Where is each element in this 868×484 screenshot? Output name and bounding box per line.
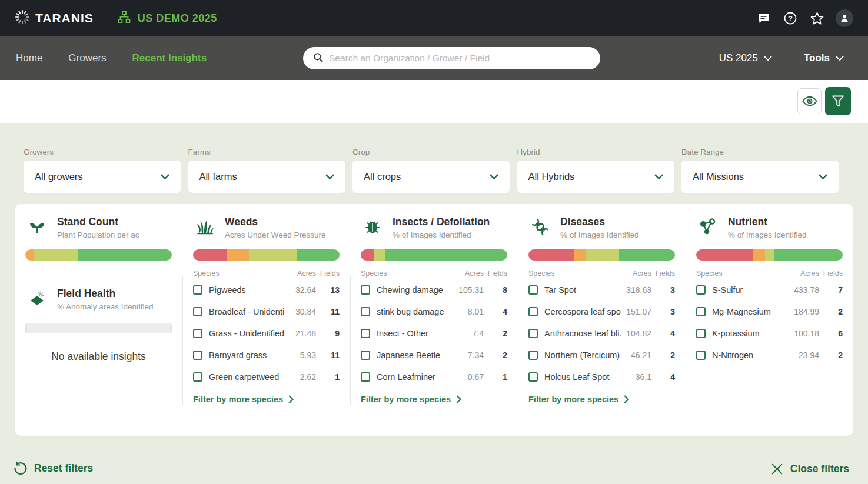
category-title: Diseases <box>560 216 639 229</box>
species-fields: 9 <box>316 329 340 338</box>
species-name: Pigweeds <box>209 285 285 295</box>
season-dropdown-value: US 2025 <box>719 52 758 64</box>
category-insects: Insects / Defoliation % of Images Identi… <box>350 204 518 436</box>
search-input[interactable] <box>329 53 591 64</box>
species-acres: 2.62 <box>285 372 316 382</box>
taranis-logo[interactable]: TARANIS <box>15 9 94 27</box>
species-row: Japanese Beetle 7.34 2 <box>361 345 507 366</box>
filter-growers: Growers All growers <box>24 148 181 193</box>
species-checkbox[interactable] <box>193 329 202 338</box>
species-checkbox[interactable] <box>696 307 706 316</box>
chevron-down-icon <box>819 174 827 180</box>
reset-filters-button[interactable]: Reset filters <box>13 461 93 476</box>
species-checkbox[interactable] <box>696 351 706 360</box>
category-subtitle: % Anomaly areas Identified <box>57 302 154 311</box>
date-range-select[interactable]: All Missions <box>681 161 839 193</box>
hybrid-select-value: All Hybrids <box>528 171 575 182</box>
chevron-right-icon <box>456 395 462 403</box>
species-fields: 4 <box>484 307 507 316</box>
species-checkbox[interactable] <box>361 285 370 295</box>
filter-more-species-link[interactable]: Filter by more species <box>528 395 675 404</box>
category-field-health: Field Health % Anomaly areas Identified … <box>25 288 172 363</box>
farms-select[interactable]: All farms <box>188 161 345 193</box>
global-search[interactable] <box>303 47 600 69</box>
bar-segment-yellow <box>374 249 385 261</box>
tools-dropdown[interactable]: Tools <box>804 52 844 64</box>
chat-icon[interactable] <box>756 11 771 26</box>
species-checkbox[interactable] <box>193 351 202 360</box>
filter-hybrid: Hybrid All Hybrids <box>517 148 674 193</box>
species-name: N-Nitrogen <box>712 351 789 360</box>
species-fields: 3 <box>651 307 675 316</box>
species-checkbox[interactable] <box>528 285 538 295</box>
category-title: Insects / Defoliation <box>393 216 490 229</box>
species-row: Green carpetweed 2.62 1 <box>193 366 340 388</box>
bar-segment-red <box>696 249 753 261</box>
column-header-acres: Acres <box>453 269 484 278</box>
filter-more-species-label: Filter by more species <box>361 395 451 404</box>
grass-icon <box>194 216 216 238</box>
organization-selector[interactable]: US DEMO 2025 <box>117 10 217 26</box>
bar-segment-orange <box>25 249 34 261</box>
species-checkbox[interactable] <box>193 285 202 295</box>
species-acres: 151.07 <box>621 307 651 316</box>
column-header-species: Species <box>361 269 453 278</box>
nav-item-recent-insights[interactable]: Recent Insights <box>132 52 207 64</box>
species-name: Holcus Leaf Spot <box>544 372 621 382</box>
category-stand-count: Stand Count Plant Population per ac <box>15 204 182 436</box>
species-row: Pigweeds 32.64 13 <box>193 279 340 301</box>
crop-select[interactable]: All crops <box>352 161 510 193</box>
species-checkbox[interactable] <box>361 307 370 316</box>
species-acres: 8.01 <box>453 307 484 316</box>
filter-crop: Crop All crops <box>352 148 510 193</box>
visibility-toggle-button[interactable] <box>797 88 822 114</box>
species-checkbox[interactable] <box>193 307 202 316</box>
farms-select-value: All farms <box>199 171 237 182</box>
filter-more-species-link[interactable]: Filter by more species <box>361 395 507 404</box>
species-checkbox[interactable] <box>528 372 538 382</box>
species-fields: 2 <box>651 351 675 360</box>
star-icon[interactable] <box>809 11 824 26</box>
species-row: Broadleaf - Unidenti... 30.84 11 <box>193 301 340 323</box>
bar-segment-orange <box>227 249 248 261</box>
species-checkbox[interactable] <box>696 285 706 295</box>
species-name: Broadleaf - Unidenti... <box>209 307 285 316</box>
species-checkbox[interactable] <box>361 329 370 338</box>
species-checkbox[interactable] <box>528 329 538 338</box>
species-row: stink bug damage 8.01 4 <box>361 301 507 323</box>
species-fields: 4 <box>651 329 675 338</box>
filter-button[interactable] <box>825 87 851 115</box>
species-acres: 104.82 <box>621 329 651 338</box>
help-icon[interactable]: ? <box>783 11 798 26</box>
hybrid-select[interactable]: All Hybrids <box>517 161 674 193</box>
species-fields: 2 <box>484 351 507 360</box>
no-insights-text: No available insights <box>25 351 172 363</box>
species-row: Tar Spot 318.63 3 <box>528 279 675 301</box>
filter-more-species-link[interactable]: Filter by more species <box>193 395 340 404</box>
species-checkbox[interactable] <box>361 372 370 382</box>
user-avatar[interactable] <box>836 9 853 27</box>
growers-select[interactable]: All growers <box>24 161 181 193</box>
bar-segment-yellow <box>765 249 774 261</box>
nav-item-growers[interactable]: Growers <box>68 52 106 64</box>
species-checkbox[interactable] <box>361 351 370 360</box>
close-filters-button[interactable]: Close filters <box>770 462 849 476</box>
species-checkbox[interactable] <box>528 307 538 316</box>
chevron-right-icon <box>288 395 294 403</box>
beetle-icon <box>361 216 384 238</box>
species-row: Grass - Unidentified 21.48 9 <box>193 323 340 345</box>
species-row: Insect - Other 7.4 2 <box>361 323 507 345</box>
species-checkbox[interactable] <box>696 329 706 338</box>
nav-item-home[interactable]: Home <box>16 52 42 64</box>
bar-segment-green <box>385 249 507 261</box>
species-checkbox[interactable] <box>528 351 538 360</box>
species-row: Holcus Leaf Spot 36.1 4 <box>528 366 675 388</box>
species-name: Insect - Other <box>377 329 453 338</box>
species-acres: 46.21 <box>621 351 651 360</box>
species-name: Northern (Tercicum) c... <box>544 351 621 360</box>
field-health-empty-bar <box>25 323 172 333</box>
species-checkbox[interactable] <box>193 372 202 382</box>
species-acres: 23.94 <box>789 351 819 360</box>
season-dropdown[interactable]: US 2025 <box>719 52 772 64</box>
column-header-acres: Acres <box>789 269 819 278</box>
